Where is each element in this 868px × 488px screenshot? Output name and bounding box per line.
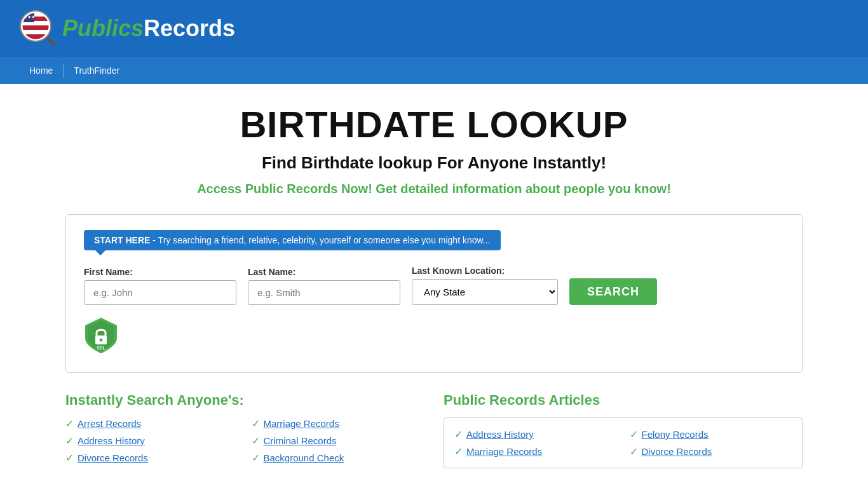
articles-grid: ✓ Address History ✓ Felony Records ✓ Mar… bbox=[454, 428, 792, 458]
left-section-title: Instantly Search Anyone's: bbox=[65, 392, 424, 409]
list-item: ✓ Background Check bbox=[252, 452, 425, 464]
search-container: START HERE - Try searching a friend, rel… bbox=[65, 214, 803, 373]
nav-home[interactable]: Home bbox=[19, 57, 63, 84]
svg-rect-4 bbox=[22, 30, 50, 34]
right-section-title: Public Records Articles bbox=[444, 392, 803, 409]
address-history-article-link[interactable]: Address History bbox=[466, 429, 534, 440]
tooltip-text: - Try searching a friend, relative, cele… bbox=[150, 235, 490, 245]
list-item: ✓ Divorce Records bbox=[630, 445, 792, 458]
checkmark-icon: ✓ bbox=[454, 445, 463, 458]
checkmark-icon: ✓ bbox=[630, 428, 638, 440]
first-name-group: First Name: bbox=[84, 267, 236, 305]
list-item: ✓ Arrest Records bbox=[65, 417, 239, 430]
criminal-records-link[interactable]: Criminal Records bbox=[264, 435, 337, 446]
checkmark-icon: ✓ bbox=[252, 417, 260, 430]
checkmark-icon: ✓ bbox=[630, 445, 638, 458]
address-history-link[interactable]: Address History bbox=[78, 435, 145, 446]
checkmark-icon: ✓ bbox=[252, 452, 260, 464]
first-name-label: First Name: bbox=[84, 267, 236, 277]
ssl-badge: SSL bbox=[84, 316, 784, 355]
felony-records-article-link[interactable]: Felony Records bbox=[642, 429, 709, 440]
last-name-input[interactable] bbox=[248, 280, 400, 305]
logo-icon: ★★★ bbox=[19, 10, 57, 48]
list-item: ✓ Marriage Records bbox=[252, 417, 425, 430]
svg-line-7 bbox=[46, 36, 55, 45]
checkmark-icon: ✓ bbox=[65, 435, 74, 447]
location-group: Last Known Location: Any State AlabamaAl… bbox=[412, 266, 558, 305]
site-header: ★★★ PublicsRecords bbox=[0, 0, 868, 57]
logo-text: PublicsRecords bbox=[62, 15, 235, 42]
bottom-section: Instantly Search Anyone's: ✓ Arrest Reco… bbox=[65, 392, 803, 468]
background-check-link[interactable]: Background Check bbox=[264, 452, 344, 463]
list-item: ✓ Divorce Records bbox=[65, 452, 239, 464]
articles-box: ✓ Address History ✓ Felony Records ✓ Mar… bbox=[444, 417, 803, 468]
checkmark-icon: ✓ bbox=[65, 452, 74, 464]
records-grid: ✓ Arrest Records ✓ Marriage Records ✓ Ad… bbox=[65, 417, 424, 464]
start-here-tooltip: START HERE - Try searching a friend, rel… bbox=[84, 230, 501, 250]
list-item: ✓ Marriage Records bbox=[454, 445, 617, 458]
divorce-records-article-link[interactable]: Divorce Records bbox=[642, 446, 712, 457]
page-title: BIRTHDATE LOOKUP bbox=[65, 103, 803, 146]
ssl-shield-icon: SSL bbox=[84, 316, 118, 355]
list-item: ✓ Criminal Records bbox=[252, 435, 425, 447]
logo[interactable]: ★★★ PublicsRecords bbox=[19, 10, 235, 48]
checkmark-icon: ✓ bbox=[454, 428, 463, 440]
marriage-records-link[interactable]: Marriage Records bbox=[264, 418, 339, 429]
list-item: ✓ Address History bbox=[454, 428, 617, 440]
arrest-records-link[interactable]: Arrest Records bbox=[78, 418, 141, 429]
marriage-records-article-link[interactable]: Marriage Records bbox=[466, 446, 542, 457]
right-section: Public Records Articles ✓ Address Histor… bbox=[444, 392, 803, 468]
main-nav: Home TruthFinder bbox=[0, 57, 868, 84]
divorce-records-link[interactable]: Divorce Records bbox=[78, 452, 148, 463]
last-name-label: Last Name: bbox=[248, 267, 400, 277]
list-item: ✓ Address History bbox=[65, 435, 239, 447]
search-fields: First Name: Last Name: Last Known Locati… bbox=[84, 266, 784, 305]
checkmark-icon: ✓ bbox=[65, 417, 74, 430]
svg-text:SSL: SSL bbox=[97, 346, 105, 350]
checkmark-icon: ✓ bbox=[252, 435, 260, 447]
svg-point-11 bbox=[100, 339, 103, 342]
tooltip-bold: START HERE bbox=[94, 235, 150, 245]
list-item: ✓ Felony Records bbox=[630, 428, 792, 440]
state-select[interactable]: Any State AlabamaAlaskaArizona ArkansasC… bbox=[412, 279, 558, 305]
first-name-input[interactable] bbox=[84, 280, 236, 305]
search-button[interactable]: SEARCH bbox=[569, 278, 657, 305]
main-content: BIRTHDATE LOOKUP Find Birthdate lookup F… bbox=[53, 84, 815, 481]
left-section: Instantly Search Anyone's: ✓ Arrest Reco… bbox=[65, 392, 424, 468]
location-label: Last Known Location: bbox=[412, 266, 558, 276]
last-name-group: Last Name: bbox=[248, 267, 400, 305]
page-tagline: Access Public Records Now! Get detailed … bbox=[65, 182, 803, 196]
nav-truthfinder[interactable]: TruthFinder bbox=[64, 57, 130, 84]
page-subtitle: Find Birthdate lookup For Anyone Instant… bbox=[65, 153, 803, 173]
